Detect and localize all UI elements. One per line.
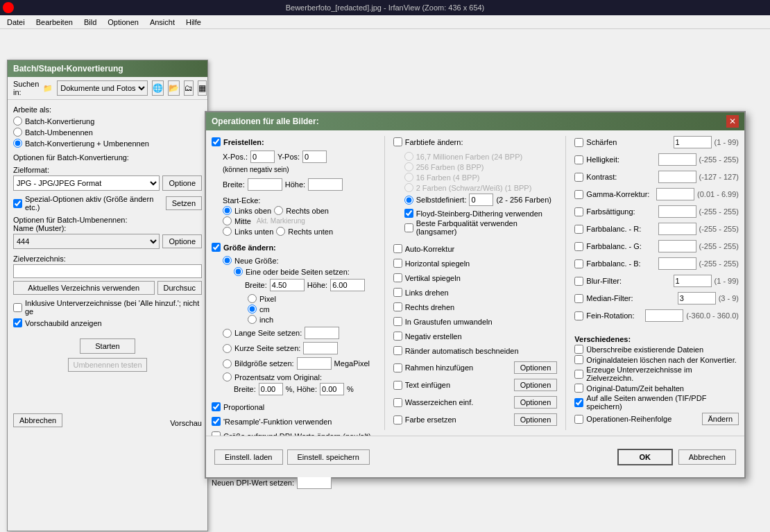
rechts-oben-option[interactable]: Rechts oben [274,206,329,215]
blur-input[interactable] [674,275,712,287]
kurze-seite-radio[interactable]: Kurze Seite setzen: [223,342,376,354]
farbe-ersetzen-cb[interactable] [393,415,402,424]
graustufen-cb[interactable] [393,317,402,326]
farbe256-row[interactable]: 256 Farben (8 BPP) [404,162,558,171]
prozentsatz-radio[interactable]: Prozentsatz vom Original: [223,372,376,381]
horizontal-row[interactable]: Horizontal spiegeln [393,259,558,268]
originaldateien-row[interactable]: Originaldateien löschen nach der Konvert… [574,355,739,364]
pixel-radio[interactable]: Pixel [248,294,276,303]
beste-farb-row[interactable]: Beste Farbqualität verwenden (langsamer) [404,219,558,236]
fein-input[interactable] [645,309,683,322]
lange-seite-radio[interactable]: Lange Seite setzen: [223,327,376,339]
einstell-speichern-btn[interactable]: Einstell. speichern [287,449,370,465]
erzeuge-row[interactable]: Erzeuge Unterverzeichnisse im Zielverzei… [574,366,739,382]
prozentsatz-row[interactable]: Prozentsatz vom Original: Breite: %, Höh… [223,372,376,395]
farbtiefe-cb[interactable] [393,137,402,146]
text-cb[interactable] [393,381,402,390]
rahmen-btn[interactable]: Optionen [514,361,558,374]
farbbalanc-g-input[interactable] [658,240,696,252]
blur-cb[interactable] [574,277,583,286]
erzeuge-cb[interactable] [574,370,583,379]
alle-seiten-row[interactable]: Auf alle Seiten anwenden (TIF/PDF speich… [574,394,739,411]
refresh-btn[interactable]: 🌐 [152,80,164,96]
inklusive-cb-row[interactable]: Inklusive Unterverzeichnisse (bei 'Alle … [13,299,202,316]
abbrechen-btn[interactable]: Abbrechen [13,413,62,427]
gamma-cb[interactable] [574,190,583,199]
freistellen-row[interactable]: Freistellen: [212,137,376,146]
farbbalanc-r-cb[interactable] [574,225,583,234]
folder-new-btn[interactable]: 🗂 [184,80,194,96]
prozent-breite-input[interactable] [259,383,283,395]
vertikal-cb[interactable] [393,273,402,282]
ueberschreibe-row[interactable]: Überschreibe existierende Dateien [574,345,739,354]
breite2-input[interactable] [270,279,305,291]
cm-radio[interactable]: cm [248,304,276,314]
bildgroesse-input[interactable] [297,357,332,370]
menu-hilfe[interactable]: Hilfe [182,17,205,27]
setzen-btn[interactable]: Setzen [166,196,202,210]
zielformat-select[interactable]: JPG - JPG/JPEG Format [13,175,160,191]
ok-btn[interactable]: OK [617,449,673,465]
neuen-dpi-input[interactable] [297,477,332,489]
ypos-input[interactable] [302,151,327,163]
mode-batch-konv[interactable]: Batch-Konvertierung [13,117,202,126]
menu-datei[interactable]: Datei [3,17,29,27]
alle-seiten-cb[interactable] [574,398,583,407]
neue-groesse-radio[interactable]: Neue Größe: [223,256,376,265]
fein-cb[interactable] [574,311,583,320]
bildgroesse-radio[interactable]: Bildgröße setzen: MegaPixel [223,357,376,370]
starten-btn[interactable]: Starten [80,338,135,354]
groesse-cb[interactable] [212,243,221,252]
rahmen-cb[interactable] [393,363,402,372]
menu-ansicht[interactable]: Ansicht [146,17,179,27]
wasserzeichen-btn[interactable]: Optionen [514,396,558,409]
lange-seite-input[interactable] [305,327,339,339]
kontrast-cb[interactable] [574,173,583,182]
farbbalanc-g-cb[interactable] [574,242,583,251]
prozent-hoehe-input[interactable] [320,383,344,395]
farbsaettigung-cb[interactable] [574,207,583,216]
rechts-drehen-cb[interactable] [393,302,402,311]
median-cb[interactable] [574,294,583,303]
inch-radio[interactable]: inch [248,315,276,324]
bildgroesse-row[interactable]: Bildgröße setzen: MegaPixel [223,357,376,370]
links-unten-option[interactable]: Links unten [223,227,273,236]
horizontal-cb[interactable] [393,259,402,268]
original-datum-row[interactable]: Original-Datum/Zeit behalten [574,384,739,393]
aendern-btn[interactable]: Ändern [702,413,739,425]
folder-up-btn[interactable]: 📂 [168,80,180,96]
helligkeit-cb[interactable] [574,155,583,164]
vorschau-cb-row[interactable]: Vorschaubild anzeigen [13,318,202,327]
auto-korr-row[interactable]: Auto-Korrektur [393,244,558,253]
umbenennen-btn[interactable]: Umbenennen testen [68,358,146,372]
farbe-ersetzen-btn[interactable]: Optionen [514,413,558,426]
raender-row[interactable]: Ränder automatisch beschneiden [393,346,558,355]
original-datum-cb[interactable] [574,384,583,393]
kurze-seite-row[interactable]: Kurze Seite setzen: [223,342,376,354]
text-btn[interactable]: Optionen [514,379,558,391]
menu-optionen[interactable]: Optionen [103,17,143,27]
farbsaettigung-input[interactable] [658,205,696,218]
graustufen-row[interactable]: In Graustufen umwandeln [393,317,558,326]
operationen-cb[interactable] [574,415,583,424]
farbe16-row[interactable]: 16 Farben (4 BPP) [404,173,558,182]
inklusive-checkbox[interactable] [13,303,22,312]
selbstdef-input[interactable] [469,194,493,206]
rechts-drehen-row[interactable]: Rechts drehen [393,302,558,311]
optionen-btn[interactable]: Optione [162,175,202,191]
kurze-seite-input[interactable] [303,342,338,354]
einstell-laden-btn[interactable]: Einstell. laden [214,449,283,465]
vertikal-row[interactable]: Vertikal spiegeln [393,273,558,282]
farbe16m-row[interactable]: 16,7 Millionen Farben (24 BPP) [404,152,558,161]
farbbalanc-b-cb[interactable] [574,259,583,268]
ops-close-btn[interactable]: ✕ [726,115,739,128]
durchsu-btn[interactable]: Durchsuc [157,281,202,295]
search-combo[interactable]: Dokumente und Fotos [57,80,148,96]
xpos-input[interactable] [250,151,275,163]
wasserzeichen-cb[interactable] [393,398,402,407]
freistell-breite[interactable] [248,178,282,191]
eine-beide-radio[interactable]: Eine oder beide Seiten setzen: [234,267,376,276]
beste-farb-cb[interactable] [404,223,413,232]
ueberschreibe-cb[interactable] [574,345,583,354]
proportional-row[interactable]: Proportional [212,402,376,411]
